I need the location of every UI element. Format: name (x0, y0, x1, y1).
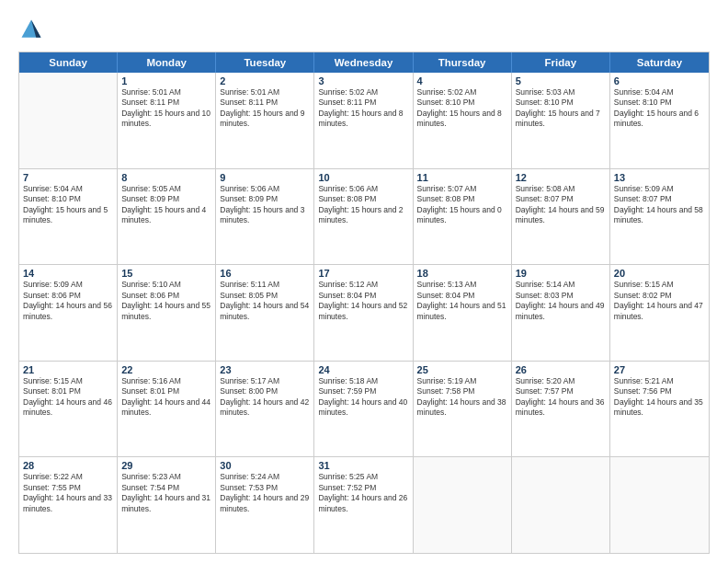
day-cell: 17Sunrise: 5:12 AMSunset: 8:04 PMDayligh… (314, 265, 413, 361)
day-info: Sunrise: 5:16 AMSunset: 8:01 PMDaylight:… (121, 376, 211, 419)
header-day-wednesday: Wednesday (314, 52, 413, 73)
calendar-header: SundayMondayTuesdayWednesdayThursdayFrid… (19, 52, 709, 73)
day-number: 12 (516, 172, 606, 183)
day-number: 1 (121, 75, 211, 86)
day-number: 13 (614, 172, 705, 183)
header-day-saturday: Saturday (610, 52, 709, 73)
day-cell: 22Sunrise: 5:16 AMSunset: 8:01 PMDayligh… (118, 362, 216, 457)
header-day-tuesday: Tuesday (216, 52, 314, 73)
day-cell: 23Sunrise: 5:17 AMSunset: 8:00 PMDayligh… (216, 362, 314, 457)
day-number: 17 (318, 268, 408, 279)
day-info: Sunrise: 5:04 AMSunset: 8:10 PMDaylight:… (614, 87, 705, 130)
day-number: 9 (220, 172, 310, 183)
header-day-sunday: Sunday (19, 52, 118, 73)
day-number: 8 (121, 172, 211, 183)
day-cell: 5Sunrise: 5:03 AMSunset: 8:10 PMDaylight… (512, 73, 610, 168)
day-number: 20 (614, 268, 705, 279)
day-cell: 30Sunrise: 5:24 AMSunset: 7:53 PMDayligh… (216, 457, 314, 553)
day-info: Sunrise: 5:20 AMSunset: 7:57 PMDaylight:… (516, 376, 606, 419)
day-info: Sunrise: 5:07 AMSunset: 8:08 PMDaylight:… (417, 184, 507, 226)
day-number: 10 (318, 172, 408, 183)
day-cell: 29Sunrise: 5:23 AMSunset: 7:54 PMDayligh… (118, 457, 216, 553)
day-info: Sunrise: 5:13 AMSunset: 8:04 PMDaylight:… (417, 280, 507, 322)
day-cell: 9Sunrise: 5:06 AMSunset: 8:09 PMDaylight… (216, 169, 314, 265)
day-cell: 18Sunrise: 5:13 AMSunset: 8:04 PMDayligh… (414, 265, 512, 361)
day-cell (512, 457, 610, 553)
day-number: 2 (220, 75, 310, 86)
day-number: 19 (516, 268, 606, 279)
day-info: Sunrise: 5:03 AMSunset: 8:10 PMDaylight:… (516, 87, 606, 130)
day-number: 21 (23, 364, 113, 375)
day-cell: 3Sunrise: 5:02 AMSunset: 8:11 PMDaylight… (314, 73, 413, 168)
day-cell: 20Sunrise: 5:15 AMSunset: 8:02 PMDayligh… (610, 265, 709, 361)
day-info: Sunrise: 5:06 AMSunset: 8:09 PMDaylight:… (220, 184, 310, 226)
day-number: 15 (121, 268, 211, 279)
calendar-body: 1Sunrise: 5:01 AMSunset: 8:11 PMDaylight… (19, 73, 709, 553)
logo (18, 17, 48, 42)
day-number: 22 (121, 364, 211, 375)
day-info: Sunrise: 5:05 AMSunset: 8:09 PMDaylight:… (121, 184, 211, 226)
day-cell: 27Sunrise: 5:21 AMSunset: 7:56 PMDayligh… (610, 362, 709, 457)
day-number: 6 (614, 75, 705, 86)
day-number: 5 (516, 75, 606, 86)
day-number: 30 (220, 460, 310, 471)
day-info: Sunrise: 5:09 AMSunset: 8:06 PMDaylight:… (23, 280, 113, 322)
page: SundayMondayTuesdayWednesdayThursdayFrid… (0, 0, 728, 563)
calendar: SundayMondayTuesdayWednesdayThursdayFrid… (18, 52, 710, 554)
day-number: 25 (417, 364, 507, 375)
day-number: 14 (23, 268, 113, 279)
day-info: Sunrise: 5:01 AMSunset: 8:11 PMDaylight:… (220, 87, 310, 130)
day-number: 23 (220, 364, 310, 375)
day-info: Sunrise: 5:11 AMSunset: 8:05 PMDaylight:… (220, 280, 310, 322)
day-cell: 1Sunrise: 5:01 AMSunset: 8:11 PMDaylight… (118, 73, 216, 168)
day-cell: 21Sunrise: 5:15 AMSunset: 8:01 PMDayligh… (19, 362, 118, 457)
day-info: Sunrise: 5:04 AMSunset: 8:10 PMDaylight:… (23, 184, 113, 226)
day-info: Sunrise: 5:17 AMSunset: 8:00 PMDaylight:… (220, 376, 310, 419)
week-row-2: 7Sunrise: 5:04 AMSunset: 8:10 PMDaylight… (19, 169, 709, 266)
day-number: 31 (318, 460, 408, 471)
day-cell (19, 73, 118, 168)
day-info: Sunrise: 5:25 AMSunset: 7:52 PMDaylight:… (318, 472, 408, 514)
day-cell (610, 457, 709, 553)
day-info: Sunrise: 5:14 AMSunset: 8:03 PMDaylight:… (516, 280, 606, 322)
week-row-3: 14Sunrise: 5:09 AMSunset: 8:06 PMDayligh… (19, 265, 709, 362)
day-info: Sunrise: 5:01 AMSunset: 8:11 PMDaylight:… (121, 87, 211, 130)
week-row-4: 21Sunrise: 5:15 AMSunset: 8:01 PMDayligh… (19, 362, 709, 458)
week-row-5: 28Sunrise: 5:22 AMSunset: 7:55 PMDayligh… (19, 457, 709, 553)
day-cell: 26Sunrise: 5:20 AMSunset: 7:57 PMDayligh… (512, 362, 610, 457)
day-number: 7 (23, 172, 113, 183)
day-cell: 14Sunrise: 5:09 AMSunset: 8:06 PMDayligh… (19, 265, 118, 361)
day-info: Sunrise: 5:21 AMSunset: 7:56 PMDaylight:… (614, 376, 705, 419)
day-cell: 4Sunrise: 5:02 AMSunset: 8:10 PMDaylight… (414, 73, 512, 168)
day-cell: 15Sunrise: 5:10 AMSunset: 8:06 PMDayligh… (118, 265, 216, 361)
day-info: Sunrise: 5:10 AMSunset: 8:06 PMDaylight:… (121, 280, 211, 322)
day-number: 11 (417, 172, 507, 183)
header-day-monday: Monday (118, 52, 216, 73)
day-number: 27 (614, 364, 705, 375)
day-info: Sunrise: 5:19 AMSunset: 7:58 PMDaylight:… (417, 376, 507, 419)
header-day-thursday: Thursday (414, 52, 512, 73)
day-info: Sunrise: 5:22 AMSunset: 7:55 PMDaylight:… (23, 472, 113, 514)
day-number: 26 (516, 364, 606, 375)
day-cell: 6Sunrise: 5:04 AMSunset: 8:10 PMDaylight… (610, 73, 709, 168)
day-number: 29 (121, 460, 211, 471)
day-cell: 24Sunrise: 5:18 AMSunset: 7:59 PMDayligh… (314, 362, 413, 457)
day-info: Sunrise: 5:02 AMSunset: 8:11 PMDaylight:… (318, 87, 408, 130)
day-cell: 31Sunrise: 5:25 AMSunset: 7:52 PMDayligh… (314, 457, 413, 553)
day-info: Sunrise: 5:15 AMSunset: 8:02 PMDaylight:… (614, 280, 705, 322)
day-number: 28 (23, 460, 113, 471)
day-info: Sunrise: 5:08 AMSunset: 8:07 PMDaylight:… (516, 184, 606, 226)
header (18, 17, 710, 42)
day-number: 4 (417, 75, 507, 86)
day-cell (414, 457, 512, 553)
day-cell: 25Sunrise: 5:19 AMSunset: 7:58 PMDayligh… (414, 362, 512, 457)
day-cell: 12Sunrise: 5:08 AMSunset: 8:07 PMDayligh… (512, 169, 610, 265)
day-info: Sunrise: 5:02 AMSunset: 8:10 PMDaylight:… (417, 87, 507, 130)
day-cell: 16Sunrise: 5:11 AMSunset: 8:05 PMDayligh… (216, 265, 314, 361)
day-number: 16 (220, 268, 310, 279)
day-number: 3 (318, 75, 408, 86)
header-day-friday: Friday (512, 52, 610, 73)
day-info: Sunrise: 5:24 AMSunset: 7:53 PMDaylight:… (220, 472, 310, 514)
day-cell: 13Sunrise: 5:09 AMSunset: 8:07 PMDayligh… (610, 169, 709, 265)
day-cell: 2Sunrise: 5:01 AMSunset: 8:11 PMDaylight… (216, 73, 314, 168)
